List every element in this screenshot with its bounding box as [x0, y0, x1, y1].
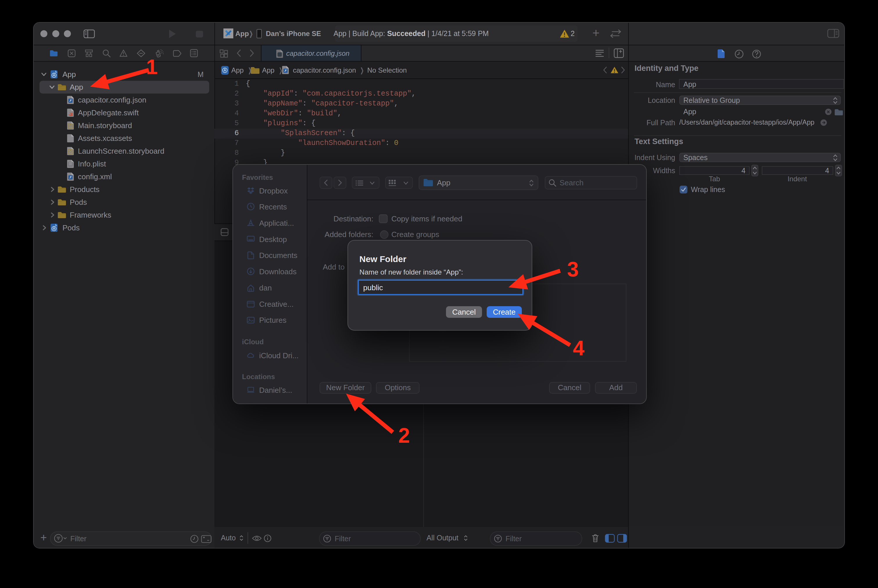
svg-text:2: 2 [398, 424, 410, 447]
svg-text:1: 1 [146, 55, 158, 78]
svg-text:3: 3 [567, 258, 579, 281]
svg-text:4: 4 [573, 336, 585, 360]
